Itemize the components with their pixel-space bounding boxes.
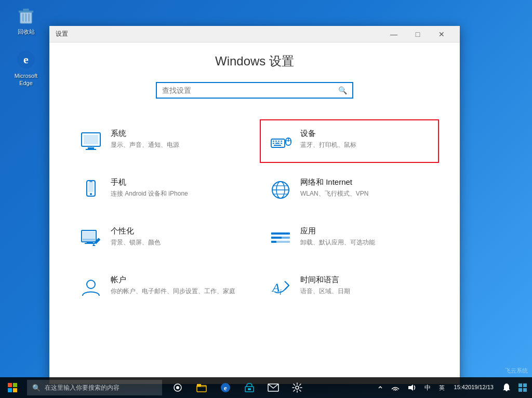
svg-rect-17	[273, 143, 274, 144]
svg-rect-14	[275, 141, 277, 142]
taskbar-edge-button[interactable]: e	[214, 377, 237, 398]
apps-desc: 卸载、默认应用、可选功能	[300, 238, 431, 247]
devices-desc: 蓝牙、打印机、鼠标	[300, 140, 431, 149]
devices-icon	[268, 129, 293, 154]
recycle-bin-label: 回收站	[18, 28, 35, 35]
settings-grid: 系统 显示、声音、通知、电源	[70, 119, 439, 309]
accounts-text: 帐户 你的帐户、电子邮件、同步设置、工作、家庭	[111, 275, 241, 296]
edge-label: Microsoft	[15, 72, 38, 79]
phone-text: 手机 连接 Android 设备和 iPhone	[111, 177, 241, 198]
taskbar-icons: e	[166, 377, 309, 398]
settings-item-system[interactable]: 系统 显示、声音、通知、电源	[70, 119, 249, 163]
tray-network[interactable]	[388, 377, 403, 398]
svg-rect-35	[83, 239, 95, 241]
personalization-desc: 背景、锁屏、颜色	[111, 238, 241, 247]
store-button[interactable]	[238, 377, 261, 398]
apps-name: 应用	[300, 226, 431, 236]
window-content: Windows 设置 🔍 系统 显示、声音、通	[49, 43, 460, 384]
close-button[interactable]: ✕	[430, 26, 454, 43]
system-icon	[78, 129, 103, 154]
svg-rect-20	[274, 145, 281, 146]
svg-rect-9	[84, 135, 98, 144]
accounts-desc: 你的帐户、电子邮件、同步设置、工作、家庭	[111, 286, 241, 296]
edge-label2: Edge	[19, 79, 33, 87]
svg-rect-68	[523, 388, 527, 392]
settings-item-personalization[interactable]: 个性化 背景、锁屏、颜色	[70, 217, 249, 260]
windows-corner-button[interactable]	[515, 377, 530, 398]
svg-rect-65	[518, 383, 522, 387]
svg-rect-36	[85, 243, 95, 244]
svg-marker-64	[408, 385, 413, 391]
window-controls: — □ ✕	[382, 26, 454, 43]
svg-point-62	[296, 386, 299, 389]
svg-rect-25	[88, 183, 94, 192]
network-desc: WLAN、飞行模式、VPN	[300, 189, 431, 198]
svg-point-63	[394, 390, 396, 391]
svg-rect-66	[523, 383, 527, 387]
edge-icon-img: e	[16, 49, 36, 70]
settings-item-network[interactable]: 网络和 Internet WLAN、飞行模式、VPN	[260, 168, 439, 212]
settings-item-apps[interactable]: 应用 卸载、默认应用、可选功能	[260, 217, 439, 260]
desktop-icon-edge[interactable]: e Microsoft Edge	[8, 49, 44, 87]
devices-name: 设备	[300, 129, 431, 139]
settings-item-accounts[interactable]: 帐户 你的帐户、电子邮件、同步设置、工作、家庭	[70, 266, 249, 309]
taskbar-settings-button[interactable]	[286, 377, 309, 398]
tray-volume[interactable]	[405, 377, 419, 398]
svg-marker-39	[92, 244, 96, 246]
search-bar[interactable]: 🔍	[156, 82, 353, 99]
time-text: 时间和语言 语音、区域、日期	[300, 275, 431, 296]
phone-icon	[78, 177, 103, 202]
system-text: 系统 显示、声音、通知、电源	[111, 129, 241, 149]
taskbar: 🔍 在这里输入你要搜索的内容 e	[0, 377, 532, 398]
start-button[interactable]	[0, 377, 25, 398]
settings-item-devices[interactable]: 设备 蓝牙、打印机、鼠标	[260, 119, 439, 163]
svg-text:e: e	[23, 53, 29, 66]
clock-date: 2019/12/13	[465, 383, 494, 391]
svg-point-54	[176, 386, 179, 389]
search-icon: 🔍	[338, 86, 347, 94]
svg-rect-38	[94, 238, 100, 244]
svg-rect-2	[23, 9, 29, 11]
phone-desc: 连接 Android 设备和 iPhone	[111, 189, 241, 198]
search-input[interactable]	[162, 86, 338, 94]
notification-button[interactable]	[500, 377, 513, 398]
svg-rect-27	[89, 182, 92, 183]
tray-input-mode[interactable]: 英	[436, 377, 448, 398]
apps-icon	[268, 226, 293, 251]
svg-rect-11	[86, 149, 96, 150]
taskbar-search[interactable]: 🔍 在这里输入你要搜索的内容	[27, 380, 162, 395]
svg-rect-10	[88, 147, 94, 149]
svg-text:e: e	[224, 384, 227, 392]
personalization-icon	[78, 226, 103, 251]
accounts-icon	[78, 275, 103, 300]
personalization-text: 个性化 背景、锁屏、颜色	[111, 226, 241, 247]
svg-rect-56	[197, 384, 201, 387]
svg-rect-52	[13, 388, 17, 392]
title-bar: 设置 — □ ✕	[49, 26, 460, 43]
watermark: 飞云系统	[505, 367, 528, 375]
clock-time: 15:4	[454, 383, 465, 391]
minimize-button[interactable]: —	[382, 26, 406, 43]
settings-item-phone[interactable]: 手机 连接 Android 设备和 iPhone	[70, 168, 249, 212]
svg-rect-49	[8, 383, 12, 387]
network-text: 网络和 Internet WLAN、飞行模式、VPN	[300, 177, 431, 198]
desktop-icon-recycle[interactable]: 回收站	[8, 5, 44, 35]
settings-item-time[interactable]: A i 时间和语言 语音、区域、日期	[260, 266, 439, 309]
svg-rect-18	[275, 143, 280, 144]
mail-button[interactable]	[262, 377, 285, 398]
file-explorer-button[interactable]	[190, 377, 213, 398]
svg-rect-1	[19, 11, 34, 13]
tray-chevron[interactable]	[375, 377, 386, 398]
svg-rect-37	[87, 242, 93, 243]
page-title: Windows 设置	[70, 53, 439, 70]
svg-rect-13	[273, 141, 274, 142]
window-title: 设置	[56, 30, 382, 38]
task-view-button[interactable]	[166, 377, 189, 398]
clock[interactable]: 15:4 2019/12/13	[450, 377, 498, 398]
taskbar-search-text: 在这里输入你要搜索的内容	[45, 383, 119, 392]
svg-rect-60	[248, 388, 251, 390]
svg-rect-45	[271, 241, 276, 243]
tray-ime[interactable]: 中	[421, 377, 434, 398]
svg-rect-16	[281, 141, 282, 142]
maximize-button[interactable]: □	[406, 26, 430, 43]
